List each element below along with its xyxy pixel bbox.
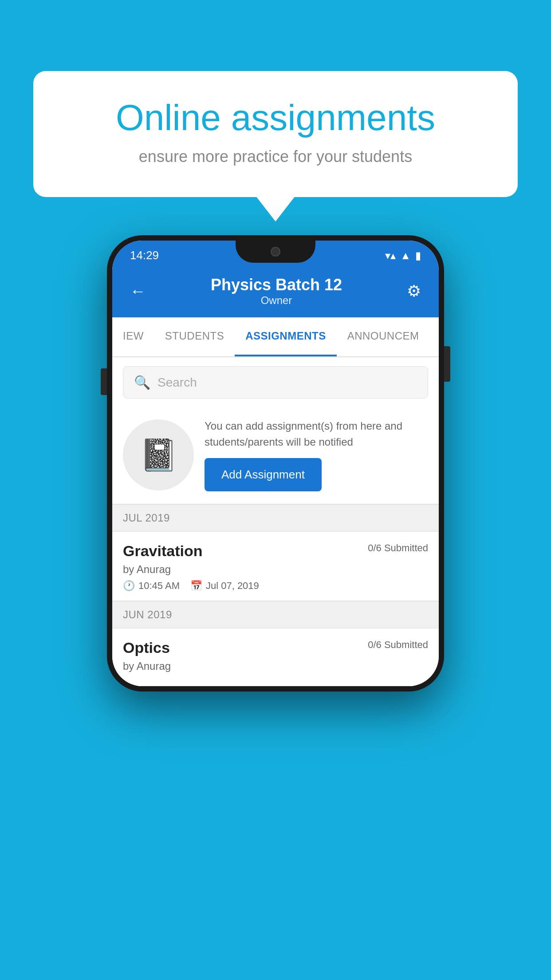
- assignment-item-optics[interactable]: Optics 0/6 Submitted by Anurag: [112, 628, 439, 686]
- wifi-icon: ▾▴: [385, 249, 396, 262]
- assignment-author-optics: by Anurag: [123, 660, 428, 672]
- battery-icon: ▮: [415, 249, 421, 262]
- assignment-item-gravitation[interactable]: Gravitation 0/6 Submitted by Anurag 🕐 10…: [112, 532, 439, 601]
- add-assignment-button[interactable]: Add Assignment: [205, 458, 322, 491]
- meta-date-gravitation: 📅 Jul 07, 2019: [190, 580, 259, 592]
- search-container: 🔍 Search: [112, 357, 439, 407]
- bubble-subtitle: ensure more practice for your students: [69, 147, 482, 166]
- status-icons: ▾▴ ▲ ▮: [385, 249, 421, 262]
- tab-iew[interactable]: IEW: [112, 317, 154, 356]
- bubble-title: Online assignments: [69, 98, 482, 138]
- status-time: 14:29: [130, 249, 159, 262]
- settings-button[interactable]: ⚙: [407, 282, 421, 300]
- assignment-title-gravitation: Gravitation: [123, 542, 202, 560]
- header-subtitle: Owner: [211, 294, 342, 307]
- tab-announcements[interactable]: ANNOUNCEM: [337, 317, 430, 356]
- camera-dot: [271, 247, 280, 257]
- promo-card: 📓 You can add assignment(s) from here an…: [112, 407, 439, 504]
- app-header: ← Physics Batch 12 Owner ⚙: [112, 267, 439, 317]
- assignment-time-gravitation: 10:45 AM: [138, 580, 180, 592]
- speech-bubble-container: Online assignments ensure more practice …: [33, 71, 518, 197]
- promo-content: You can add assignment(s) from here and …: [205, 418, 428, 491]
- search-bar[interactable]: 🔍 Search: [123, 366, 428, 399]
- speech-bubble: Online assignments ensure more practice …: [33, 71, 518, 197]
- signal-icon: ▲: [400, 249, 411, 262]
- assignment-top-optics: Optics 0/6 Submitted: [123, 639, 428, 656]
- submitted-badge-optics: 0/6 Submitted: [368, 639, 428, 651]
- calendar-icon: 📅: [190, 580, 202, 592]
- phone-inner: 14:29 ▾▴ ▲ ▮ ← Physics Batch 12 Owner ⚙ …: [112, 241, 439, 686]
- search-placeholder: Search: [157, 375, 197, 390]
- promo-text: You can add assignment(s) from here and …: [205, 418, 428, 450]
- header-center: Physics Batch 12 Owner: [211, 276, 342, 307]
- phone-mockup: 14:29 ▾▴ ▲ ▮ ← Physics Batch 12 Owner ⚙ …: [107, 235, 444, 692]
- phone-outer: 14:29 ▾▴ ▲ ▮ ← Physics Batch 12 Owner ⚙ …: [107, 235, 444, 692]
- notebook-icon: 📓: [139, 437, 178, 473]
- promo-icon-circle: 📓: [123, 419, 194, 490]
- assignment-title-optics: Optics: [123, 639, 170, 656]
- back-button[interactable]: ←: [130, 282, 146, 300]
- assignment-top: Gravitation 0/6 Submitted: [123, 542, 428, 560]
- meta-time-gravitation: 🕐 10:45 AM: [123, 580, 180, 592]
- phone-notch: [236, 241, 315, 263]
- tabs-container: IEW STUDENTS ASSIGNMENTS ANNOUNCEM: [112, 317, 439, 357]
- tab-students[interactable]: STUDENTS: [154, 317, 235, 356]
- section-jun-2019: JUN 2019: [112, 601, 439, 628]
- assignment-date-gravitation: Jul 07, 2019: [206, 580, 259, 592]
- assignment-meta-gravitation: 🕐 10:45 AM 📅 Jul 07, 2019: [123, 580, 428, 592]
- section-jul-2019: JUL 2019: [112, 504, 439, 532]
- search-icon: 🔍: [134, 375, 150, 390]
- submitted-badge-gravitation: 0/6 Submitted: [368, 542, 428, 554]
- clock-icon: 🕐: [123, 580, 135, 592]
- assignment-author-gravitation: by Anurag: [123, 563, 428, 576]
- tab-assignments[interactable]: ASSIGNMENTS: [235, 317, 337, 356]
- header-title: Physics Batch 12: [211, 276, 342, 294]
